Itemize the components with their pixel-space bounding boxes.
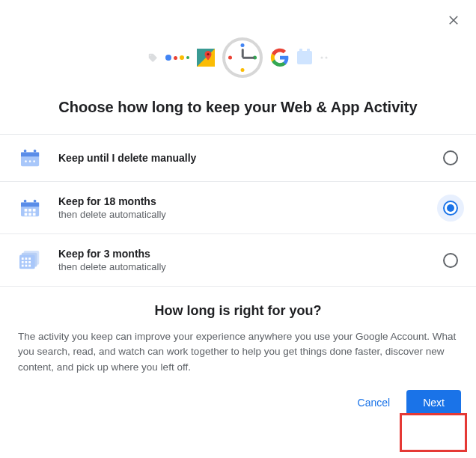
option-label: Keep until I delete manually	[58, 152, 428, 164]
svg-rect-27	[25, 257, 28, 260]
svg-rect-14	[21, 202, 39, 207]
svg-rect-33	[25, 264, 28, 266]
calendar-flip-icon	[18, 148, 43, 168]
option-keep-3m[interactable]: Keep for 3 months then delete automatica…	[0, 234, 476, 287]
radio-unselected[interactable]	[443, 150, 458, 165]
svg-point-16	[34, 199, 37, 202]
svg-rect-20	[25, 213, 28, 216]
calendar-stack-icon	[18, 249, 43, 272]
close-button[interactable]	[445, 10, 463, 28]
svg-rect-17	[25, 208, 28, 211]
svg-rect-32	[22, 264, 24, 266]
svg-point-12	[33, 160, 35, 162]
svg-rect-28	[28, 257, 31, 260]
dialog-actions: Cancel Next	[0, 381, 476, 427]
tag-icon	[147, 52, 158, 63]
google-g-icon	[270, 48, 290, 67]
svg-rect-30	[25, 260, 28, 263]
svg-rect-22	[33, 213, 36, 216]
radio-unselected[interactable]	[443, 253, 458, 268]
svg-point-3	[207, 53, 209, 55]
svg-rect-7	[21, 153, 39, 157]
svg-rect-34	[28, 264, 31, 266]
clock-icon	[222, 37, 263, 78]
option-sublabel: then delete automatically	[58, 261, 428, 272]
dots-icon	[320, 53, 329, 62]
svg-point-8	[24, 150, 27, 153]
option-label: Keep for 3 months	[58, 248, 428, 260]
hero-illustration	[0, 0, 476, 78]
option-sublabel: then delete automatically	[58, 209, 428, 220]
svg-rect-18	[28, 208, 31, 211]
svg-point-11	[29, 160, 31, 162]
radio-selected[interactable]	[443, 201, 458, 216]
cancel-button[interactable]: Cancel	[349, 391, 400, 415]
help-body: The activity you keep can improve your e…	[18, 329, 458, 375]
svg-rect-29	[22, 260, 24, 263]
dialog-title: Choose how long to keep your Web & App A…	[0, 99, 476, 134]
svg-point-4	[321, 57, 323, 59]
calendar-mini-icon	[297, 51, 312, 64]
calendar-flip-icon	[18, 198, 43, 218]
svg-point-10	[25, 160, 27, 162]
option-keep-manual[interactable]: Keep until I delete manually	[0, 135, 476, 182]
svg-point-15	[24, 199, 27, 202]
maps-icon	[197, 49, 215, 67]
svg-point-9	[34, 150, 37, 153]
option-label: Keep for 18 months	[58, 195, 428, 207]
svg-rect-21	[28, 213, 31, 216]
svg-rect-31	[28, 260, 31, 263]
options-list: Keep until I delete manually Keep for 18…	[0, 134, 476, 287]
close-icon	[447, 13, 460, 26]
next-button[interactable]: Next	[406, 390, 461, 415]
help-title: How long is right for you?	[18, 303, 458, 319]
assistant-icon	[165, 55, 189, 61]
svg-rect-19	[33, 208, 36, 211]
svg-point-5	[326, 57, 328, 59]
option-keep-18m[interactable]: Keep for 18 months then delete automatic…	[0, 182, 476, 234]
help-section: How long is right for you? The activity …	[0, 287, 476, 381]
activity-retention-dialog: Choose how long to keep your Web & App A…	[0, 0, 476, 458]
svg-rect-26	[22, 257, 24, 260]
